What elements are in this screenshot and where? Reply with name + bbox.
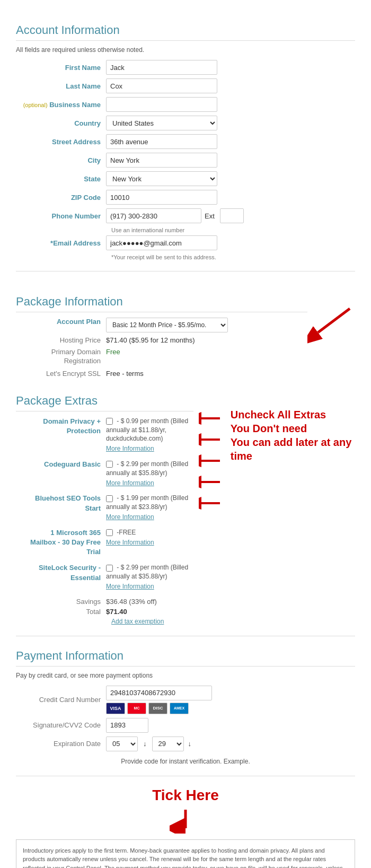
country-label: Country <box>16 119 106 127</box>
extra-checkbox-label-4[interactable]: - $ 2.99 per month (Billed annually at $… <box>106 564 188 580</box>
country-select[interactable]: United States <box>106 116 217 130</box>
exp-year-select[interactable]: 29 <box>152 737 184 751</box>
more-info-0[interactable]: More Information <box>106 444 193 453</box>
first-name-input[interactable] <box>106 60 217 75</box>
ext-label: Ext <box>205 212 215 220</box>
tax-exempt-link[interactable]: Add tax exemption <box>111 618 193 625</box>
street-input[interactable] <box>106 134 217 149</box>
extra-checkbox-label-0[interactable]: - $ 0.99 per month (Billed annually at $… <box>106 417 188 443</box>
more-info-4[interactable]: More Information <box>106 582 193 591</box>
package-info-title: Package Information <box>16 295 307 312</box>
cvv-input[interactable] <box>106 718 148 733</box>
extra-label-2: Bluehost SEO ToolsStart <box>16 494 106 513</box>
exp-label: Expiration Date <box>16 740 106 748</box>
tick-arrow-container <box>16 807 355 835</box>
state-select[interactable]: New York <box>106 171 217 186</box>
exp-month-select[interactable]: 05 <box>106 737 138 751</box>
business-name-input[interactable] <box>106 97 217 112</box>
expiry-row: Expiration Date 05 ↓ 29 ↓ <box>16 737 355 751</box>
more-info-1[interactable]: More Information <box>106 479 193 488</box>
extra-checkbox-label-2[interactable]: - $ 1.99 per month (Billed annually at $… <box>106 494 188 511</box>
uncheck-annotation-block: Uncheck All Extras You Don't need You ca… <box>199 408 355 514</box>
cvv-label: Signature/CVV2 Code <box>16 721 106 729</box>
last-name-input[interactable] <box>106 78 217 93</box>
extra-microsoft: 1 Microsoft 365Mailbox - 30 Day FreeTria… <box>16 528 193 557</box>
account-info-note: All fields are required unless otherwise… <box>16 46 355 54</box>
cc-number-row: Credit Card Number VISA MC DISC AMEX <box>16 686 355 714</box>
city-input[interactable] <box>106 153 217 168</box>
tick-arrow-svg <box>170 807 201 834</box>
extra-checkbox-label-3[interactable]: -FREE <box>106 529 136 536</box>
ssl-row: Let's Encrypt SSL Free - terms <box>16 370 307 378</box>
amex-icon: AMEX <box>170 703 189 714</box>
extra-checkbox-2[interactable] <box>106 495 113 502</box>
payment-note: Pay by credit card, or see more payment … <box>16 672 355 679</box>
cc-field-group: VISA MC DISC AMEX <box>106 686 212 714</box>
extra-checkbox-label-1[interactable]: - $ 2.99 per month (Billed annually at $… <box>106 460 188 477</box>
phone-hint: Use an international number <box>111 227 355 233</box>
first-name-label: First Name <box>16 64 106 72</box>
email-input[interactable] <box>106 235 217 250</box>
payment-info-title: Payment Information <box>16 649 355 667</box>
phone-ext-input[interactable] <box>220 208 244 223</box>
extra-checkbox-3[interactable] <box>106 529 113 536</box>
phone-label: Phone Number <box>16 212 106 220</box>
package-extras-title: Package Extras <box>16 394 193 411</box>
plan-row: Account Plan Basic 12 Month Price - $5.9… <box>16 318 307 332</box>
extra-content-4: - $ 2.99 per month (Billed annually at $… <box>106 563 193 591</box>
phone-input[interactable] <box>106 208 201 223</box>
last-name-row: Last Name <box>16 78 355 93</box>
zip-input[interactable] <box>106 190 217 205</box>
first-name-row: First Name <box>16 60 355 75</box>
cvv-row: Signature/CVV2 Code <box>16 718 355 733</box>
extra-checkbox-4[interactable] <box>106 565 113 572</box>
optional-tag: (optional) <box>23 102 48 108</box>
last-name-label: Last Name <box>16 82 106 90</box>
ssl-value: Free - terms <box>106 370 144 378</box>
plan-select[interactable]: Basic 12 Month Price - $5.95/mo. <box>106 318 228 332</box>
business-name-label: (optional) Business Name <box>16 101 106 109</box>
street-label: Street Address <box>16 138 106 146</box>
extra-content-3: -FREE More Information <box>106 528 193 547</box>
extra-checkbox-1[interactable] <box>106 461 113 468</box>
expiry-fields: 05 ↓ 29 ↓ <box>106 737 192 751</box>
extra-content-2: - $ 1.99 per month (Billed annually at $… <box>106 494 193 521</box>
discover-icon: DISC <box>148 703 167 714</box>
domain-row: Primary Domain Registration Free <box>16 348 307 366</box>
total-row: Total $71.40 <box>16 608 193 616</box>
state-row: State New York <box>16 171 355 186</box>
domain-value: Free <box>106 348 120 356</box>
extra-seo: Bluehost SEO ToolsStart - $ 1.99 per mon… <box>16 494 193 521</box>
email-row: *Email Address <box>16 235 355 250</box>
country-row: Country United States <box>16 116 355 130</box>
domain-label: Primary Domain Registration <box>16 348 106 366</box>
state-label: State <box>16 175 106 183</box>
svg-line-1 <box>318 309 350 332</box>
city-row: City <box>16 153 355 168</box>
mastercard-icon: MC <box>127 703 146 714</box>
extra-codeguard: Codeguard Basic - $ 2.99 per month (Bill… <box>16 460 193 487</box>
red-arrow-pkg <box>307 303 355 346</box>
divider-3 <box>16 776 355 776</box>
extra-checkbox-0[interactable] <box>106 418 113 425</box>
tick-here-label: Tick Here <box>16 787 355 804</box>
divider-2 <box>16 636 355 636</box>
more-info-3[interactable]: More Information <box>106 538 193 547</box>
card-icons: VISA MC DISC AMEX <box>106 703 212 714</box>
email-note: *Your receipt will be sent to this addre… <box>111 254 355 260</box>
phone-row: Phone Number Ext <box>16 208 355 223</box>
extra-label-4: SiteLock Security -Essential <box>16 563 106 582</box>
more-info-2[interactable]: More Information <box>106 513 193 522</box>
phone-fields: Ext <box>106 208 244 223</box>
terms-box: Introductory prices apply to the first t… <box>16 839 355 868</box>
cc-number-input[interactable] <box>106 686 212 700</box>
account-info-title: Account Information <box>16 23 355 41</box>
street-row: Street Address <box>16 134 355 149</box>
ssl-label: Let's Encrypt SSL <box>16 370 106 378</box>
hosting-label: Hosting Price <box>16 336 106 344</box>
email-label: *Email Address <box>16 239 106 247</box>
zip-label: ZIP Code <box>16 194 106 201</box>
savings-row: Savings $36.48 (33% off) <box>16 598 193 606</box>
hosting-price-row: Hosting Price $71.40 ($5.95 for 12 month… <box>16 336 307 344</box>
extra-sitelock: SiteLock Security -Essential - $ 2.99 pe… <box>16 563 193 591</box>
